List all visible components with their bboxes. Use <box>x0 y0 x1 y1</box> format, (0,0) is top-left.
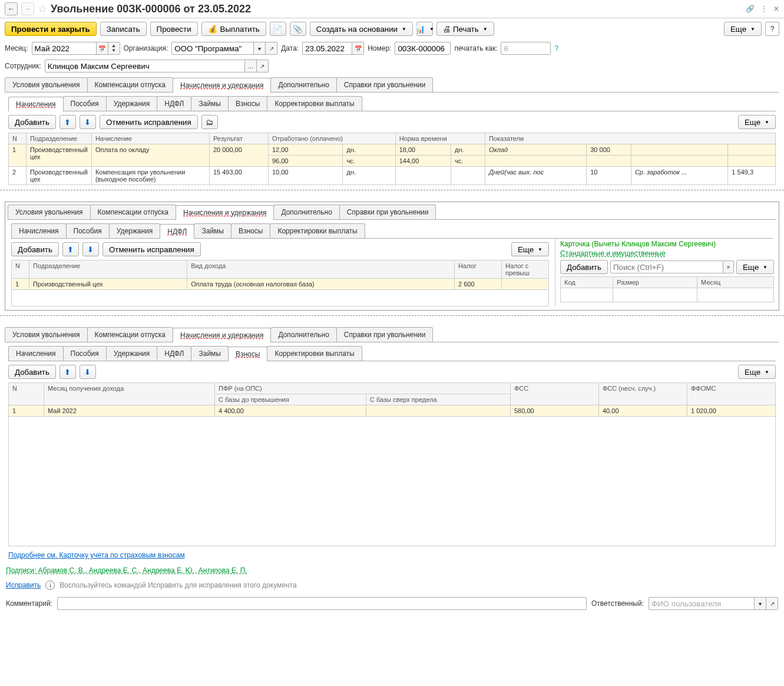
add-button[interactable]: Добавить <box>8 115 56 129</box>
tab-references-3[interactable]: Справки при увольнении <box>336 327 434 342</box>
subtab-benefits[interactable]: Пособия <box>63 96 107 111</box>
subtab-accruals-3[interactable]: Начисления <box>8 346 64 361</box>
tab-additional[interactable]: Дополнительно <box>270 77 336 92</box>
number-input[interactable] <box>395 42 451 55</box>
move-down-3[interactable]: ⬇ <box>80 365 96 379</box>
subtab-benefits-2[interactable]: Пособия <box>66 223 110 238</box>
subtab-corrections-3[interactable]: Корректировки выплаты <box>267 346 362 361</box>
subtab-ndfl-2[interactable]: НДФЛ <box>160 224 194 239</box>
tab-references-2[interactable]: Справки при увольнении <box>339 205 436 219</box>
print-as-input[interactable] <box>501 42 551 55</box>
report-icon-button[interactable]: 📊▼ <box>416 22 433 36</box>
favorite-icon[interactable]: ☆ <box>38 2 47 15</box>
tab-compensations[interactable]: Компенсации отпуска <box>87 77 173 92</box>
std-deductions-link[interactable]: Стандартные и имущественные <box>560 249 774 258</box>
move-up-3[interactable]: ⬆ <box>59 365 76 379</box>
nav-back-button[interactable]: ← <box>5 2 18 15</box>
table-row[interactable]: 1 Производственный цех Оплата труда (осн… <box>12 279 549 290</box>
tab-compensations-3[interactable]: Компенсации отпуска <box>87 327 173 342</box>
subtab-contributions-3[interactable]: Взносы <box>228 347 267 361</box>
print-as-help[interactable]: ? <box>554 44 558 52</box>
tab-additional-3[interactable]: Дополнительно <box>270 327 336 342</box>
month-input[interactable] <box>32 42 97 55</box>
search-clear-icon[interactable]: × <box>723 260 734 273</box>
tab-conditions[interactable]: Условия увольнения <box>5 77 88 92</box>
undo-fix-button[interactable]: Отменить исправления <box>100 115 198 129</box>
subtab-loans[interactable]: Займы <box>191 96 229 111</box>
create-based-button[interactable]: Создать на основании▼ <box>310 22 413 36</box>
tab-accruals-2[interactable]: Начисления и удержания <box>176 205 274 220</box>
more-3[interactable]: Еще▼ <box>738 365 776 379</box>
subtab-accruals-2[interactable]: Начисления <box>11 223 67 238</box>
subtab-loans-3[interactable]: Займы <box>191 346 229 361</box>
move-down-button[interactable]: ⬇ <box>80 115 96 129</box>
contributions-details-link[interactable]: Подробнее см. Карточку учета по страховы… <box>8 551 185 559</box>
save-button[interactable]: Записать <box>100 22 147 36</box>
card-icon-button[interactable]: 🗂 <box>201 115 218 129</box>
signatures-link[interactable]: Подписи: Абрамов С. В., Андреева Е. С., … <box>6 566 247 575</box>
subtab-benefits-3[interactable]: Пособия <box>63 346 107 361</box>
responsible-dropdown-icon[interactable]: ▾ <box>755 597 766 610</box>
card-title: Карточка (Вычеты Клинцов Максим Сергееви… <box>560 239 774 249</box>
tab-accruals-deductions[interactable]: Начисления и удержания <box>173 78 271 93</box>
add-button-2[interactable]: Добавить <box>11 242 59 256</box>
org-dropdown-icon[interactable]: ▾ <box>254 42 266 55</box>
document-icon-button[interactable]: 📄 <box>270 22 286 36</box>
link-icon[interactable]: 🔗 <box>746 5 755 13</box>
subtab-deductions-3[interactable]: Удержания <box>106 346 158 361</box>
subtab-deductions[interactable]: Удержания <box>106 96 158 111</box>
deduction-search[interactable] <box>610 260 723 273</box>
subtab-deductions-2[interactable]: Удержания <box>109 223 161 238</box>
tab-additional-2[interactable]: Дополнительно <box>273 205 339 219</box>
fix-link[interactable]: Исправить <box>6 581 41 589</box>
subtab-ndfl[interactable]: НДФЛ <box>157 96 191 111</box>
subtab-contributions[interactable]: Взносы <box>228 96 267 111</box>
date-input[interactable] <box>302 42 352 55</box>
subtab-loans-2[interactable]: Займы <box>194 223 231 238</box>
window-title: Увольнение 00ЗК-000006 от 23.05.2022 <box>51 3 742 15</box>
org-input[interactable] <box>171 42 254 55</box>
attach-icon-button[interactable]: 📎 <box>290 22 306 36</box>
tab-references[interactable]: Справки при увольнении <box>336 77 434 92</box>
help-button[interactable]: ? <box>765 22 779 36</box>
kebab-icon[interactable]: ⋮ <box>760 5 768 13</box>
post-button[interactable]: Провести <box>150 22 198 36</box>
subtab-ndfl-3[interactable]: НДФЛ <box>157 346 191 361</box>
table-row[interactable]: 2 Производственный цех Компенсация при у… <box>9 167 776 185</box>
move-up-2[interactable]: ⬆ <box>62 242 79 256</box>
tab-compensations-2[interactable]: Компенсации отпуска <box>90 205 176 219</box>
post-and-close-button[interactable]: Провести и закрыть <box>5 22 97 36</box>
employee-input[interactable] <box>45 60 245 72</box>
subtab-contributions-2[interactable]: Взносы <box>231 223 270 238</box>
table-row[interactable]: 1 Май 2022 4 400,00 580,00 40,00 1 020,0… <box>9 405 776 417</box>
subtab-corrections[interactable]: Корректировки выплаты <box>267 96 362 111</box>
org-open-icon[interactable]: ↗ <box>266 42 277 55</box>
month-stepper[interactable]: ▲▼ <box>108 42 120 55</box>
subtab-accruals[interactable]: Начисления <box>8 97 64 111</box>
month-calendar-icon[interactable]: 📅 <box>97 42 108 55</box>
move-up-button[interactable]: ⬆ <box>59 115 76 129</box>
subtab-corrections-2[interactable]: Корректировки выплаты <box>270 223 365 238</box>
nav-forward-button[interactable]: → <box>21 2 34 15</box>
more-button[interactable]: Еще▼ <box>724 22 762 36</box>
more-2[interactable]: Еще▼ <box>511 242 549 256</box>
pay-button[interactable]: 💰Выплатить <box>201 22 266 36</box>
tab-accruals-3[interactable]: Начисления и удержания <box>173 328 271 342</box>
deduction-more[interactable]: Еще▼ <box>736 260 774 274</box>
table-row[interactable]: 1 Производственный цех Оплата по окладу … <box>9 144 776 156</box>
close-icon[interactable]: ✕ <box>773 5 779 13</box>
responsible-input[interactable] <box>649 597 755 610</box>
employee-open-icon[interactable]: ↗ <box>257 60 269 72</box>
add-button-3[interactable]: Добавить <box>8 365 56 379</box>
move-down-2[interactable]: ⬇ <box>82 242 99 256</box>
tab-conditions-3[interactable]: Условия увольнения <box>5 327 88 342</box>
employee-select-icon[interactable]: … <box>245 60 257 72</box>
comment-input[interactable] <box>57 597 587 610</box>
tab-conditions-2[interactable]: Условия увольнения <box>8 205 91 219</box>
undo-fix-2[interactable]: Отменить исправления <box>102 242 201 256</box>
date-calendar-icon[interactable]: 📅 <box>352 42 364 55</box>
panel-more-button[interactable]: Еще▼ <box>738 115 776 129</box>
print-button[interactable]: 🖨 Печать▼ <box>436 22 494 36</box>
responsible-open-icon[interactable]: ↗ <box>766 597 778 610</box>
deduction-add[interactable]: Добавить <box>560 260 608 274</box>
